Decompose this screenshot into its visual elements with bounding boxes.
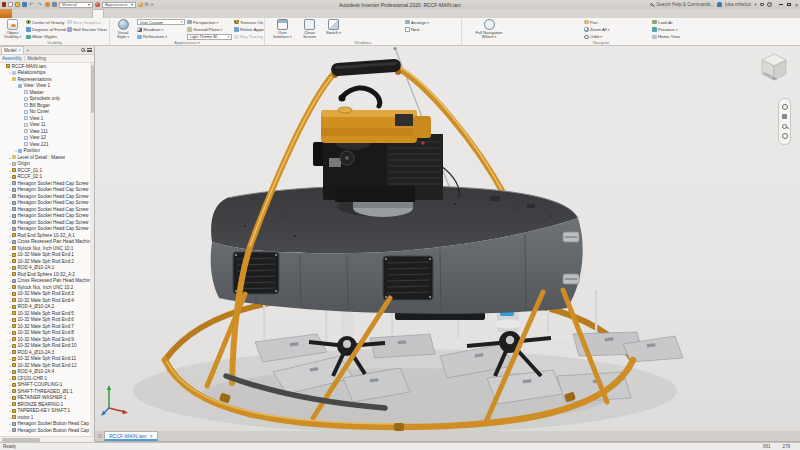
tree-item-icon [12, 175, 16, 179]
tree-item[interactable]: + Hexagon Socket Button Head Cap Scr [0, 427, 90, 434]
adjust-appearance-icon[interactable] [138, 2, 143, 7]
new-file-icon[interactable] [8, 2, 13, 7]
navigate-panel-label[interactable]: Navigate [462, 40, 740, 45]
search-input[interactable]: Search Help & Commands... [656, 2, 714, 7]
visibility-panel-label[interactable]: Visibility [0, 40, 109, 45]
ground-plane-button[interactable]: Ground Plane [187, 26, 232, 32]
tree-item-label: Hexagon Socket Head Cap Screw - Inc [17, 213, 90, 218]
ribbon-tab[interactable] [62, 9, 72, 18]
tree-item-icon [12, 214, 16, 218]
ribbon-tab[interactable] [72, 9, 82, 18]
clean-screen-button[interactable]: Clean Screen [298, 19, 321, 40]
ribbon-tab[interactable] [12, 9, 22, 18]
nav-pan-icon[interactable] [782, 114, 787, 119]
switch-windows-button[interactable]: Switch [324, 19, 343, 35]
ribbon-tab[interactable] [114, 9, 124, 18]
tree-item-icon [12, 266, 16, 270]
ribbon-tab[interactable] [32, 9, 42, 18]
store-cart-icon[interactable] [760, 3, 765, 7]
ribbon-tab[interactable] [144, 9, 154, 18]
nav-zoom-icon[interactable] [782, 124, 787, 129]
home-view-button[interactable]: Home View [652, 34, 722, 40]
tree-item-label: No Cover [29, 109, 49, 114]
object-visibility-button[interactable]: Object Visibility [1, 19, 24, 40]
color-override-icon[interactable] [95, 2, 100, 7]
full-navigation-wheel-button[interactable]: Full Navigation Wheel [474, 19, 504, 40]
document-tab-close-icon[interactable]: × [150, 433, 153, 439]
tree-item-label: View 12 [29, 135, 46, 140]
half-section-view-button[interactable]: Half Section View [67, 26, 109, 32]
look-at-button[interactable]: Look At [652, 19, 722, 25]
ribbon-tab[interactable] [52, 9, 62, 18]
browser-tab-model[interactable]: Model× [1, 46, 24, 54]
textures-on-button[interactable]: Textures On [234, 19, 264, 25]
nav-orbit-icon[interactable] [782, 133, 788, 139]
ribbon-tab[interactable] [0, 9, 12, 18]
refine-appearance-button[interactable]: Refine Appearance [234, 26, 264, 32]
tree-item-label: Sprockets only [29, 96, 60, 101]
help-icon[interactable]: ? [767, 2, 772, 7]
zoom-all-button[interactable]: Zoom All [584, 26, 640, 32]
browser-search-icon[interactable] [81, 48, 85, 52]
navigation-bar[interactable] [778, 98, 791, 145]
ribbon-tab[interactable] [134, 9, 144, 18]
redo-icon[interactable]: ↷ [37, 2, 43, 7]
nav-wheel-icon[interactable] [782, 104, 788, 110]
add-qat-icon[interactable]: + [151, 2, 154, 7]
windows-panel-label[interactable]: Windows [265, 40, 461, 45]
new-window-button[interactable]: New [405, 26, 457, 32]
file-count: 278 [782, 444, 790, 449]
minimize-button[interactable] [779, 4, 783, 5]
perspective-icon [187, 20, 192, 25]
appearance-panel-label[interactable]: Appearance [110, 40, 264, 45]
degrees-of-freedom-button[interactable]: Degrees of Freedom [26, 26, 66, 32]
ribbon-tab[interactable] [82, 9, 92, 18]
restore-button[interactable] [787, 3, 791, 7]
imate-glyphs-button[interactable]: iMate Glyphs [26, 34, 66, 40]
view-cube[interactable]: FRONT [756, 51, 792, 83]
parameters-fx-icon[interactable]: fx [145, 2, 149, 7]
user-interface-button[interactable]: User Interface [270, 19, 295, 40]
browser-menu-icon[interactable] [87, 48, 92, 52]
undo-icon[interactable]: ↶ [29, 2, 35, 7]
arrange-button[interactable]: Arrange [405, 19, 457, 25]
ribbon-tab[interactable] [92, 9, 104, 18]
signed-in-user[interactable]: luka.mihelcic [725, 2, 751, 7]
reflections-icon [137, 35, 142, 40]
measure-icon[interactable] [52, 2, 57, 7]
lighting-style-combo[interactable]: User Custom▾ [137, 19, 185, 25]
ribbon-tab[interactable] [124, 9, 134, 18]
center-of-gravity-button[interactable]: Center of Gravity [26, 19, 66, 25]
user-menu-caret[interactable]: ▾ [754, 2, 756, 7]
reflections-button[interactable]: Reflections [137, 34, 185, 40]
browser-subtab-assembly[interactable]: Assembly [2, 56, 22, 61]
previous-view-button[interactable]: Previous [652, 26, 722, 32]
document-tab-active[interactable]: RCCF-MAIN.iam × [104, 431, 157, 441]
pan-button[interactable]: Pan [584, 19, 640, 25]
quick-access-toolbar: ↶ ↷ Material▾ Appearance▾ fx + [0, 2, 154, 8]
search-icon [650, 3, 654, 7]
save-icon[interactable] [22, 2, 27, 7]
open-file-icon[interactable] [15, 2, 20, 7]
home-tab-icon[interactable]: ⌂ [98, 431, 102, 441]
ribbon-tab[interactable] [22, 9, 32, 18]
perspective-button[interactable]: Perspective [187, 19, 232, 25]
visual-style-button[interactable]: Visual Style [112, 19, 134, 40]
browser-subtab-modeling[interactable]: Modeling [27, 56, 46, 61]
material-dropdown[interactable]: Material▾ [59, 2, 93, 8]
browser-vertical-scrollbar[interactable] [90, 63, 94, 436]
tree-item-icon [12, 292, 16, 296]
viewport-canvas[interactable]: FRONT [95, 46, 800, 431]
ribbon-tab[interactable] [42, 9, 52, 18]
tree-item-label: ROD 4_Ø10-2A:3 [17, 350, 54, 355]
ribbon-tab[interactable] [104, 9, 114, 18]
orbit-button[interactable]: Orbit [584, 34, 640, 40]
tree-item-icon [12, 246, 16, 250]
browser-tab-close-icon[interactable]: × [19, 48, 22, 53]
shadows-button[interactable]: Shadows [137, 26, 185, 32]
browser-add-tab-button[interactable]: + [26, 48, 29, 53]
update-icon[interactable] [45, 2, 50, 7]
close-button[interactable]: × [795, 2, 798, 8]
light-theme-combo[interactable]: Light Theme Bl...▾ [187, 34, 232, 40]
appearance-dropdown[interactable]: Appearance▾ [102, 2, 136, 8]
